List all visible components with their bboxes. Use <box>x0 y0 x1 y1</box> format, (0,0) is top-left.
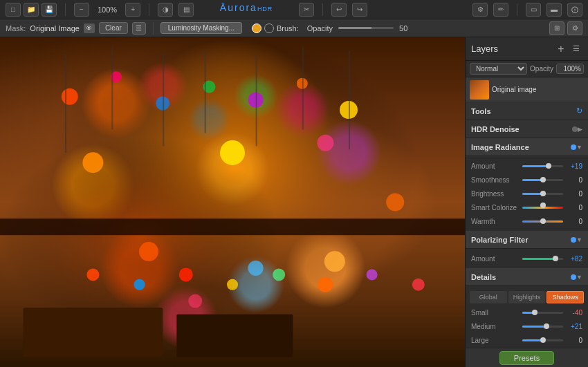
layers-header: Layers + ☰ <box>466 37 588 61</box>
mask-icon-btn-2[interactable]: ⚙ <box>567 21 582 35</box>
tools-section-header[interactable]: Tools ↻ <box>466 102 588 120</box>
zoom-out-btn[interactable]: − <box>74 3 89 17</box>
svg-point-11 <box>317 135 333 151</box>
svg-rect-19 <box>163 54 164 147</box>
radiance-smoothness-row: Smoothness 0 <box>466 173 588 187</box>
radiance-amount-fill <box>522 165 549 167</box>
cut-btn[interactable]: ✂ <box>299 3 314 17</box>
layers-menu-btn[interactable]: ☰ <box>570 43 582 55</box>
details-large-row: Large 0 <box>466 333 588 347</box>
blend-mode-select[interactable]: Normal <box>470 63 527 75</box>
radiance-brightness-label: Brightness <box>471 190 520 198</box>
polarizing-amount-label: Amount <box>471 255 520 263</box>
redo-btn[interactable]: ↪ <box>352 3 367 17</box>
view-btn[interactable]: ◑ <box>158 3 173 17</box>
svg-point-9 <box>82 152 103 173</box>
brush-fill-dot[interactable] <box>252 23 261 33</box>
mask-clear-btn[interactable]: Clear <box>99 22 128 34</box>
radiance-smoothness-value: 0 <box>566 176 582 184</box>
sep2 <box>149 3 149 16</box>
polarizing-amount-slider[interactable] <box>522 258 563 260</box>
details-content: Global Highlights Shadows Small -40 Medi… <box>466 286 588 348</box>
radiance-colorize-row: Smart Colorize 0 <box>466 200 588 214</box>
radiance-amount-slider[interactable] <box>522 165 563 167</box>
hdr-denoise-header[interactable]: HDR Denoise ▶ <box>466 120 588 138</box>
svg-rect-24 <box>0 218 465 235</box>
polarizing-header[interactable]: Polarizing Filter ▼ <box>466 231 588 249</box>
save-file-btn[interactable]: 💾 <box>42 3 57 17</box>
hdr-denoise-arrow: ▶ <box>578 126 582 133</box>
layer-thumbnail <box>470 80 489 100</box>
details-medium-label: Medium <box>471 323 520 330</box>
image-radiance-header[interactable]: Image Radiance ▼ <box>466 138 588 156</box>
svg-point-27 <box>179 267 193 281</box>
brush-tool-btn[interactable]: ✏ <box>493 3 508 17</box>
radiance-smoothness-slider[interactable] <box>522 179 563 181</box>
svg-rect-17 <box>65 54 66 153</box>
settings-btn[interactable]: ⚙ <box>472 3 488 17</box>
opacity-slider[interactable] <box>338 27 394 29</box>
polarizing-amount-row: Amount +82 <box>466 252 588 265</box>
sep3 <box>322 3 323 16</box>
radiance-warmth-label: Warmth <box>471 218 520 225</box>
radiance-colorize-thumb <box>540 203 546 208</box>
opacity-input[interactable] <box>556 64 584 74</box>
details-header[interactable]: Details ▼ <box>466 268 588 286</box>
svg-rect-23 <box>349 50 350 149</box>
details-medium-slider[interactable] <box>522 326 563 328</box>
undo-btn[interactable]: ↩ <box>331 3 347 17</box>
details-medium-row: Medium +21 <box>466 319 588 333</box>
details-small-slider[interactable] <box>522 312 563 314</box>
canvas-area[interactable] <box>0 37 465 367</box>
image-radiance-title: Image Radiance <box>471 143 568 151</box>
presets-btn[interactable]: Presets <box>499 351 554 365</box>
layer-item[interactable]: Original image <box>466 77 588 102</box>
radiance-brightness-slider[interactable] <box>522 193 563 195</box>
mask-icon-btn-1[interactable]: ⊞ <box>549 21 564 35</box>
polarizing-amount-thumb <box>553 256 558 261</box>
radiance-amount-label: Amount <box>471 162 520 170</box>
svg-point-32 <box>412 279 425 291</box>
polarizing-title: Polarizing Filter <box>471 236 568 244</box>
mask-visibility-btn[interactable]: 👁 <box>84 23 95 33</box>
panel-left-btn[interactable]: ▭ <box>526 3 541 17</box>
new-file-btn[interactable]: □ <box>6 3 21 17</box>
panel-right-btn[interactable]: ▬ <box>546 3 562 17</box>
zoom-in-btn[interactable]: + <box>125 3 140 17</box>
presets-footer: Presets <box>466 348 588 367</box>
image-radiance-content: Amount +19 Smoothness 0 <box>466 156 588 231</box>
svg-point-10 <box>220 140 245 165</box>
open-file-btn[interactable]: 📁 <box>24 3 39 17</box>
luminosity-masking-btn[interactable]: Luminosity Masking... <box>160 22 242 34</box>
details-medium-thumb <box>544 323 549 329</box>
mask-action-icons: ⊞ ⚙ <box>549 21 582 35</box>
radiance-brightness-row: Brightness 0 <box>466 187 588 200</box>
details-large-value: 0 <box>566 337 582 344</box>
brush-controls: Brush: Opacity 50 <box>252 23 407 33</box>
radiance-colorize-slider[interactable] <box>522 207 563 209</box>
grid-btn[interactable]: ▤ <box>178 3 194 17</box>
tools-scroll-area[interactable]: HDR Denoise ▶ Image Radiance ▼ Amount <box>466 120 588 348</box>
sep4 <box>517 3 517 16</box>
tools-section-title: Tools <box>471 107 576 115</box>
layer-name: Original image <box>492 86 584 93</box>
details-large-slider[interactable] <box>522 339 563 341</box>
mask-toolbar: Mask: Original Image 👁 Clear ☰ Luminosit… <box>0 19 588 37</box>
details-tab-global[interactable]: Global <box>470 291 507 303</box>
right-panel: Layers + ☰ Normal Opacity Original image… <box>465 37 588 367</box>
hdr-denoise-dot <box>572 126 578 132</box>
tools-refresh-btn[interactable]: ↻ <box>576 106 582 115</box>
details-tab-shadows[interactable]: Shadows <box>546 291 584 303</box>
layers-add-btn[interactable]: + <box>555 43 567 55</box>
details-arrow: ▼ <box>576 274 582 281</box>
fullscreen-btn[interactable]: ⨀ <box>567 3 582 17</box>
radiance-colorize-value: 0 <box>566 204 582 211</box>
image-radiance-dot <box>571 144 576 150</box>
mask-list-btn[interactable]: ☰ <box>132 22 146 35</box>
radiance-warmth-slider[interactable] <box>522 220 563 223</box>
radiance-smoothness-label: Smoothness <box>471 176 520 184</box>
details-small-label: Small <box>471 309 520 317</box>
details-tab-highlights[interactable]: Highlights <box>508 291 546 303</box>
brush-outline-dot[interactable] <box>264 23 274 33</box>
details-tabs: Global Highlights Shadows <box>466 289 588 305</box>
